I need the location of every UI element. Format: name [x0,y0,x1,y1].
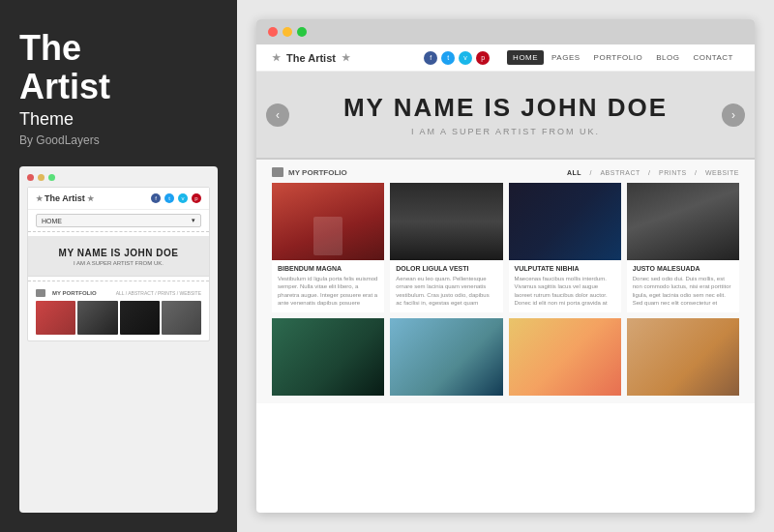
browser-window: ★ The Artist ★ f t v p HOME PAG [256,19,755,513]
nav-portfolio[interactable]: PORTFOLIO [588,50,649,65]
mini-dot-red [27,174,34,181]
website-hero: ‹ MY NAME IS JOHN DOE I AM A SUPER ARTIS… [256,72,755,160]
mini-facebook-icon: f [151,193,161,203]
mini-portfolio-label: MY PORTFOLIO [52,290,97,296]
website-vimeo-icon[interactable]: v [459,51,472,65]
browser-dot-red [268,27,278,37]
portfolio-thumb-2 [390,183,502,260]
portfolio-item-title-1: BIBENDUM MAGNA [278,265,378,272]
mini-dot-green [48,174,55,181]
mini-vimeo-icon: v [178,193,188,203]
portfolio-item-3[interactable]: VULPUTATE NIBHIA Maecenas faucibus molli… [509,183,621,312]
sidebar-theme-label: Theme [19,109,218,130]
website-pinterest-icon[interactable]: p [476,51,490,65]
portfolio-icon [272,167,283,177]
portfolio-item-desc-2: Aenean eu leo quam. Pellentesque ornare … [396,275,496,308]
mini-dot-yellow [38,174,45,181]
portfolio-grid-row2 [272,318,739,396]
portfolio-header: MY PORTFOLIO ALL / ABSTRACT / PRINTS / W… [272,167,739,177]
hero-arrow-left[interactable]: ‹ [266,103,289,127]
mini-nav-dropdown[interactable]: HOME ▾ [36,214,201,227]
hero-subtitle: I AM A SUPER ARTIST FROM UK. [295,127,716,136]
website-facebook-icon[interactable]: f [424,51,437,65]
website-logo: ★ The Artist ★ [272,52,350,64]
portfolio-item-2[interactable]: DOLOR LIGULA VESTI Aenean eu leo quam. P… [390,183,502,312]
mini-header: ★ The Artist ★ f t v p [28,188,209,210]
browser-dot-yellow [283,27,292,37]
mini-hero: MY NAME IS JOHN DOE I AM A SUPER ARTIST … [28,236,209,277]
mini-inner: ★ The Artist ★ f t v p HOME ▾ MY NAME IS [27,187,210,341]
hero-title: MY NAME IS JOHN DOE [295,93,716,123]
portfolio-item-desc-1: Vestibulum id ligula porta felis euismod… [278,275,378,308]
portfolio-info-2: DOLOR LIGULA VESTI Aenean eu leo quam. P… [390,260,502,312]
portfolio-item-7[interactable] [509,318,621,396]
logo-star-right: ★ [342,52,350,63]
browser-dot-green [297,27,307,37]
browser-body: ★ The Artist ★ f t v p HOME PAG [256,44,755,509]
portfolio-item-1[interactable]: BIBENDUM MAGNA Vestibulum id ligula port… [272,183,384,312]
portfolio-thumb-4 [627,183,739,260]
filter-all[interactable]: ALL [567,169,581,176]
logo-star-left: ★ [272,52,281,63]
mini-grid-item-3 [120,301,160,335]
filter-abstract[interactable]: ABSTRACT [600,169,640,176]
mini-filter-tags: ALL / ABSTRACT / PRINTS / WEBSITE [116,290,201,296]
sidebar-title: The Artist [19,29,218,105]
portfolio-title: MY PORTFOLIO [272,167,347,177]
mini-grid-item-4 [162,301,201,335]
main-content: ★ The Artist ★ f t v p HOME PAG [237,0,774,532]
portfolio-item-4[interactable]: JUSTO MALESUADA Donec sed odio dui. Duis… [627,183,739,312]
portfolio-item-title-4: JUSTO MALESUADA [633,265,733,272]
mini-twitter-icon: t [164,193,174,203]
hero-arrow-right[interactable]: › [722,103,745,127]
nav-pages[interactable]: PAGES [546,50,585,65]
website-social-icons: f t v p [424,51,490,65]
portfolio-thumb-3 [509,183,621,260]
nav-contact[interactable]: CONTACT [687,50,739,65]
mini-pinterest-icon: p [192,193,201,203]
portfolio-info-4: JUSTO MALESUADA Donec sed odio dui. Duis… [627,260,739,312]
mini-grid-item-1 [36,301,75,335]
mini-logo: ★ The Artist ★ [36,193,94,203]
sidebar-byline: By GoodLayers [19,133,218,147]
nav-blog[interactable]: BLOG [650,50,685,65]
portfolio-thumb-6 [390,318,502,396]
browser-titlebar [256,19,755,44]
mini-portfolio-grid [28,299,209,340]
portfolio-item-desc-3: Maecenas faucibus mollis interdum. Vivam… [515,275,615,308]
mini-star-right: ★ [87,194,94,203]
portfolio-filters: ALL / ABSTRACT / PRINTS / WEBSITE [561,169,739,176]
portfolio-section: MY PORTFOLIO ALL / ABSTRACT / PRINTS / W… [256,160,755,403]
website-twitter-icon[interactable]: t [441,51,455,65]
filter-prints[interactable]: PRINTS [659,169,687,176]
mini-social-icons: f t v p [151,193,201,203]
website-header: ★ The Artist ★ f t v p HOME PAG [256,44,755,72]
website-nav: HOME PAGES PORTFOLIO BLOG CONTACT [507,50,739,65]
mini-hero-subtitle: I AM A SUPER ARTIST FROM UK. [36,260,201,266]
portfolio-thumb-7 [509,318,621,396]
sidebar: The Artist Theme By GoodLayers ★ The Art… [0,0,237,532]
mini-grid-item-2 [77,301,117,335]
mini-browser-bar [27,174,210,181]
mini-star-left: ★ [36,194,43,203]
portfolio-item-title-2: DOLOR LIGULA VESTI [396,265,496,272]
mini-hero-title: MY NAME IS JOHN DOE [36,248,201,258]
nav-home[interactable]: HOME [507,50,544,65]
portfolio-thumb-1 [272,183,384,260]
mini-preview: ★ The Artist ★ f t v p HOME ▾ MY NAME IS [19,166,218,513]
portfolio-item-desc-4: Donec sed odio dui. Duis mollis, est non… [633,275,733,308]
mini-portfolio-icon [36,289,45,297]
portfolio-item-title-3: VULPUTATE NIBHIA [515,265,615,272]
portfolio-grid-row1: BIBENDUM MAGNA Vestibulum id ligula port… [272,183,739,312]
portfolio-thumb-5 [272,318,384,396]
portfolio-info-1: BIBENDUM MAGNA Vestibulum id ligula port… [272,260,384,312]
portfolio-thumb-8 [627,318,739,396]
website-content: ★ The Artist ★ f t v p HOME PAG [256,44,755,509]
portfolio-item-6[interactable] [390,318,502,396]
portfolio-item-8[interactable] [627,318,739,396]
portfolio-item-5[interactable] [272,318,384,396]
mini-portfolio-bar: MY PORTFOLIO ALL / ABSTRACT / PRINTS / W… [28,285,209,299]
filter-website[interactable]: WEBSITE [705,169,739,176]
portfolio-info-3: VULPUTATE NIBHIA Maecenas faucibus molli… [509,260,621,312]
